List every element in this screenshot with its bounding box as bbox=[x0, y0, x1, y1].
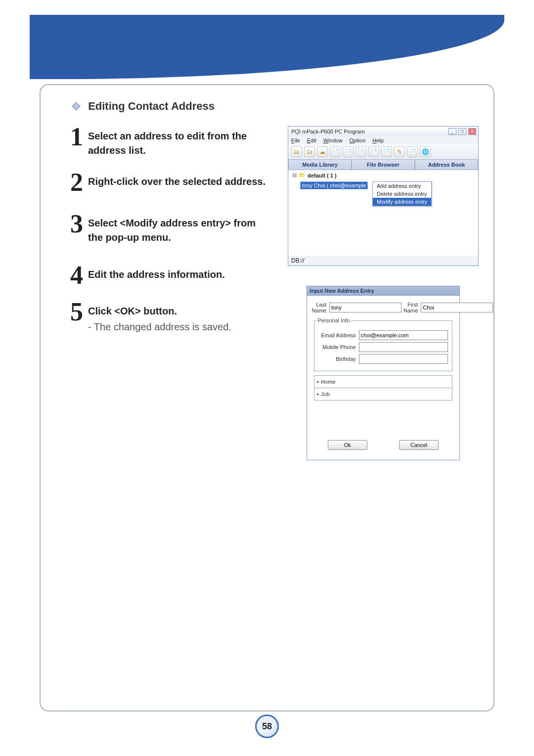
toolbar-icon[interactable]: 🗂 bbox=[291, 146, 302, 157]
toolbar-icon[interactable]: ☁ bbox=[317, 146, 328, 157]
toolbar-icon[interactable]: 🌐 bbox=[420, 146, 431, 157]
mobile-label: Mobile Phone bbox=[316, 344, 356, 350]
toolbar-icon[interactable]: ✎ bbox=[394, 146, 405, 157]
step-number: 3 bbox=[65, 213, 88, 235]
home-section-toggle[interactable]: + Home bbox=[314, 375, 453, 388]
folder-icon: 📁 bbox=[299, 172, 306, 178]
toolbar-icon[interactable]: 📄 bbox=[368, 146, 379, 157]
birthday-label: Birthday bbox=[316, 356, 356, 362]
app-window: PQI mPack-P600 PC Program _ □ × File Edi… bbox=[288, 126, 479, 266]
tree-root-label: default ( 1 ) bbox=[308, 173, 337, 178]
context-menu: Add address entry Delete address entry M… bbox=[372, 181, 432, 206]
svg-rect-0 bbox=[72, 102, 80, 110]
page-number: 58 bbox=[262, 721, 272, 732]
step-text: Right-click over the selected address. bbox=[88, 176, 266, 187]
toolbar-icon[interactable]: 📄 bbox=[381, 146, 392, 157]
tree-panel: tony Choi ( choi@example Add address ent… bbox=[288, 180, 478, 256]
section-title: Editing Contact Address bbox=[72, 100, 479, 113]
screenshots-column: PQI mPack-P600 PC Program _ □ × File Edi… bbox=[288, 126, 479, 460]
menu-file[interactable]: File bbox=[291, 137, 300, 143]
step-number: 5 bbox=[65, 301, 88, 323]
step-text: Select <Modify address entry> from the p… bbox=[88, 218, 256, 243]
step-number: 4 bbox=[65, 265, 88, 286]
step-number: 1 bbox=[65, 126, 88, 148]
toolbar-icon[interactable]: 📄 bbox=[356, 146, 366, 157]
menu-window[interactable]: Window bbox=[323, 137, 343, 143]
step-text: Click <OK> button. bbox=[88, 306, 177, 316]
context-delete-entry[interactable]: Delete address entry bbox=[373, 190, 431, 198]
step-note: - The changed address is saved. bbox=[88, 321, 231, 333]
tree-root-row[interactable]: ⊟ 📁 default ( 1 ) bbox=[288, 170, 478, 180]
tab-media-library[interactable]: Media Library bbox=[288, 159, 352, 170]
toolbar-icon[interactable]: 🗂 bbox=[304, 146, 315, 157]
selected-contact[interactable]: tony Choi ( choi@example bbox=[300, 181, 368, 189]
dialog-title: Input New Address Entry bbox=[307, 286, 460, 296]
step-text: Edit the address information. bbox=[88, 269, 225, 280]
job-section-toggle[interactable]: + Job bbox=[314, 388, 453, 400]
email-label: Email Address bbox=[316, 332, 356, 338]
window-title: PQI mPack-P600 PC Program bbox=[291, 129, 365, 134]
menu-option[interactable]: Option bbox=[350, 137, 365, 143]
menu-help[interactable]: Help bbox=[372, 137, 384, 143]
toolbar-icon[interactable]: 📄 bbox=[343, 146, 354, 157]
steps-column: 1Select an address to edit from the addr… bbox=[65, 126, 273, 347]
tree-toggle-icon[interactable]: ⊟ bbox=[292, 172, 297, 178]
maximize-icon[interactable]: □ bbox=[458, 128, 466, 135]
last-name-label: Last Name bbox=[312, 302, 326, 313]
birthday-field[interactable] bbox=[359, 354, 448, 364]
diamond-icon bbox=[72, 100, 80, 113]
personal-info-fieldset: Personal Info Email Address Mobile Phone… bbox=[314, 317, 453, 371]
email-field[interactable] bbox=[359, 330, 448, 340]
section-title-text: Editing Contact Address bbox=[88, 100, 215, 112]
toolbar-icon[interactable]: 📄 bbox=[330, 146, 341, 157]
menu-edit[interactable]: Edit bbox=[307, 137, 316, 143]
minimize-icon[interactable]: _ bbox=[448, 128, 456, 135]
mobile-field[interactable] bbox=[359, 342, 448, 352]
cancel-button[interactable]: Cancel bbox=[399, 440, 439, 450]
step-text: Select an address to edit from the addre… bbox=[88, 131, 247, 156]
status-bar: DB:// bbox=[288, 256, 478, 266]
toolbar-icon[interactable]: 📄 bbox=[407, 146, 418, 157]
toolbar: 🗂 🗂 ☁ 📄 📄 📄 📄 📄 ✎ 📄 🌐 bbox=[288, 144, 478, 159]
menu-bar: File Edit Window Option Help bbox=[288, 136, 478, 144]
context-modify-entry[interactable]: Modify address entry bbox=[373, 198, 431, 206]
context-add-entry[interactable]: Add address entry bbox=[373, 182, 431, 190]
step-number: 2 bbox=[65, 172, 88, 193]
tabs: Media Library File Browser Address Book bbox=[288, 159, 478, 170]
ok-button[interactable]: Ok bbox=[328, 440, 367, 450]
first-name-field[interactable] bbox=[421, 303, 493, 312]
title-bar: PQI mPack-P600 PC Program _ □ × bbox=[288, 127, 478, 136]
first-name-label: First Name bbox=[403, 302, 418, 313]
header-band bbox=[30, 15, 504, 79]
edit-address-dialog: Input New Address Entry Last Name First … bbox=[307, 286, 460, 460]
last-name-field[interactable] bbox=[329, 303, 401, 312]
close-icon[interactable]: × bbox=[468, 128, 476, 135]
tab-address-book[interactable]: Address Book bbox=[415, 159, 478, 170]
tab-file-browser[interactable]: File Browser bbox=[352, 159, 415, 170]
page-number-badge: 58 bbox=[255, 714, 279, 738]
personal-info-legend: Personal Info bbox=[316, 317, 352, 323]
content-card: Editing Contact Address 1Select an addre… bbox=[40, 84, 494, 712]
